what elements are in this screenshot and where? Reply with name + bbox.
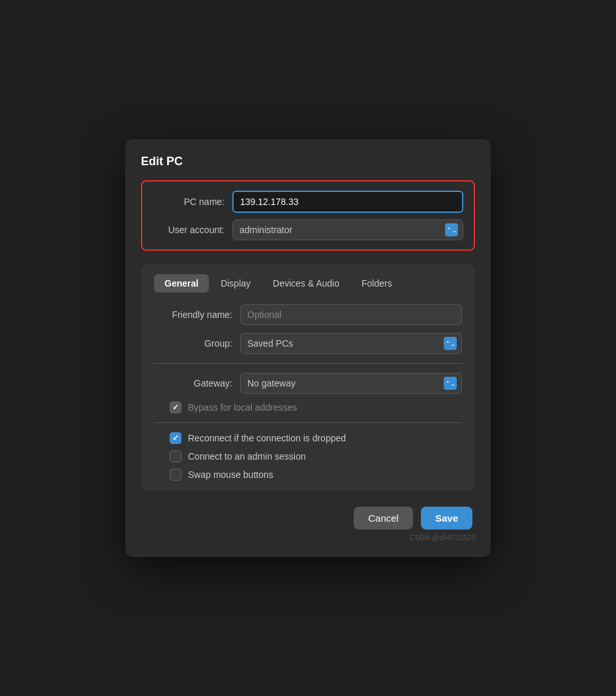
tabs-section: General Display Devices & Audio Folders … — [141, 264, 475, 491]
reconnect-label: Reconnect if the connection is dropped — [188, 433, 346, 443]
bypass-checkbox[interactable]: ✓ — [170, 402, 181, 413]
group-label: Group: — [154, 338, 232, 349]
reconnect-checkmark-icon: ✓ — [172, 434, 179, 443]
divider-1 — [154, 363, 462, 364]
user-account-select[interactable]: administrator — [232, 219, 463, 240]
pc-name-row: PC name: — [153, 191, 463, 213]
gateway-row: Gateway: No gateway ⌃⌄ — [154, 373, 462, 394]
gateway-select-wrapper: No gateway ⌃⌄ — [240, 373, 462, 394]
user-account-label: User account: — [153, 225, 224, 235]
gateway-select[interactable]: No gateway — [240, 373, 462, 394]
divider-2 — [154, 422, 462, 423]
swap-mouse-checkbox[interactable] — [170, 469, 181, 481]
cancel-button[interactable]: Cancel — [354, 507, 413, 530]
friendly-name-row: Friendly name: — [154, 304, 462, 325]
admin-session-row: Connect to an admin session — [154, 451, 462, 462]
reconnect-row: ✓ Reconnect if the connection is dropped — [154, 432, 462, 444]
gateway-label: Gateway: — [154, 378, 232, 388]
swap-mouse-label: Swap mouse buttons — [188, 469, 273, 480]
save-button[interactable]: Save — [421, 507, 472, 530]
bypass-row: ✓ Bypass for local addresses — [154, 402, 462, 413]
dialog-title: Edit PC — [141, 155, 475, 168]
group-select[interactable]: Saved PCs — [240, 333, 462, 354]
reconnect-checkbox[interactable]: ✓ — [170, 432, 181, 444]
bypass-label: Bypass for local addresses — [188, 402, 297, 413]
pc-name-label: PC name: — [153, 197, 224, 207]
edit-pc-dialog: Edit PC PC name: User account: administr… — [125, 139, 491, 557]
tab-folders[interactable]: Folders — [351, 274, 403, 293]
group-row: Group: Saved PCs ⌃⌄ — [154, 333, 462, 354]
friendly-name-input[interactable] — [240, 304, 462, 325]
tab-display[interactable]: Display — [210, 274, 261, 293]
friendly-name-label: Friendly name: — [154, 309, 232, 320]
tab-devices-audio[interactable]: Devices & Audio — [262, 274, 350, 293]
top-section: PC name: User account: administrator ⌃⌄ — [141, 180, 475, 251]
bypass-checkmark-icon: ✓ — [172, 403, 179, 412]
group-select-wrapper: Saved PCs ⌃⌄ — [240, 333, 462, 354]
tabs-bar: General Display Devices & Audio Folders — [154, 274, 462, 293]
tab-general[interactable]: General — [154, 274, 209, 293]
admin-session-checkbox[interactable] — [170, 451, 181, 462]
watermark: CSDN @q56731523 — [141, 533, 475, 541]
user-account-row: User account: administrator ⌃⌄ — [153, 219, 463, 240]
user-account-select-wrapper: administrator ⌃⌄ — [232, 219, 463, 240]
pc-name-input[interactable] — [232, 191, 463, 213]
admin-session-label: Connect to an admin session — [188, 451, 306, 462]
dialog-footer: Cancel Save — [141, 507, 475, 530]
swap-mouse-row: Swap mouse buttons — [154, 469, 462, 481]
